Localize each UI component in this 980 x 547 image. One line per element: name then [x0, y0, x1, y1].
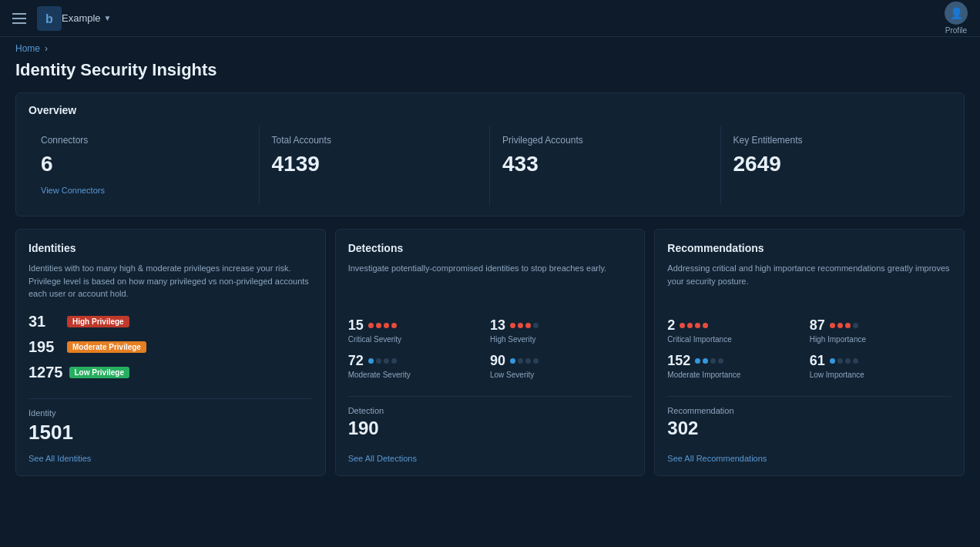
- high-privilege-row: 31 High Privilege: [29, 313, 313, 331]
- detections-divider: [348, 396, 633, 397]
- dot-2: [837, 323, 843, 328]
- moderate-privilege-count: 195: [29, 338, 61, 356]
- dot-1: [368, 358, 374, 364]
- dot-2: [376, 358, 381, 364]
- high-privilege-badge: High Privilege: [67, 316, 129, 327]
- identity-total-value: 1501: [29, 421, 313, 445]
- critical-importance-label: Critical Importance: [667, 335, 809, 344]
- moderate-severity-cell: 72 Moderate Severity: [348, 348, 490, 384]
- recommendations-total-label: Recommendation: [667, 406, 951, 415]
- dot-3: [845, 323, 851, 328]
- moderate-importance-label: Moderate Importance: [667, 371, 809, 379]
- low-importance-count: 61: [810, 353, 825, 369]
- critical-severity-dots: [368, 323, 397, 328]
- high-importance-cell: 87 High Importance: [810, 313, 951, 348]
- high-importance-count: 87: [810, 317, 825, 334]
- overview-card: Overview Connectors 6 View Connectors To…: [15, 92, 965, 216]
- high-severity-cell: 13 High Severity: [490, 313, 632, 348]
- stat-privileged-accounts-value: 433: [502, 152, 708, 176]
- moderate-importance-cell: 152 Moderate Importance: [667, 348, 809, 384]
- moderate-severity-label: Moderate Severity: [348, 371, 490, 379]
- see-all-identities-link[interactable]: See All Identities: [29, 454, 313, 463]
- stat-privileged-accounts-label: Privileged Accounts: [502, 135, 708, 146]
- dot-4: [533, 323, 539, 328]
- breadcrumb-home[interactable]: Home: [15, 43, 40, 54]
- detections-total-label: Detection: [348, 406, 633, 415]
- identity-total-label: Identity: [29, 408, 313, 418]
- breadcrumb: Home ›: [0, 37, 980, 57]
- dot-3: [525, 323, 531, 328]
- dot-3: [384, 323, 389, 328]
- breadcrumb-separator: ›: [45, 43, 48, 54]
- stat-privileged-accounts: Privileged Accounts 433: [490, 126, 721, 205]
- detections-grid: 15 Critical Severity 13: [348, 313, 633, 384]
- high-privilege-count: 31: [29, 313, 61, 331]
- dot-4: [853, 323, 858, 328]
- app-logo: b: [37, 6, 62, 31]
- low-severity-count: 90: [490, 353, 505, 369]
- stat-total-accounts-label: Total Accounts: [272, 135, 478, 146]
- avatar: 👤: [945, 2, 968, 25]
- critical-importance-row: 2: [667, 317, 809, 334]
- dot-2: [518, 323, 523, 328]
- moderate-importance-row: 152: [667, 353, 809, 369]
- high-severity-label: High Severity: [490, 335, 632, 344]
- page-title: Identity Security Insights: [0, 57, 980, 92]
- dot-2: [687, 323, 693, 328]
- dot-3: [525, 358, 531, 364]
- stat-connectors-value: 6: [41, 152, 247, 176]
- critical-importance-count: 2: [667, 317, 675, 334]
- dot-3: [710, 358, 716, 364]
- high-importance-row: 87: [810, 317, 951, 334]
- low-privilege-badge: Low Privilege: [69, 367, 129, 378]
- panels-grid: Identities Identities with too many high…: [15, 229, 965, 476]
- high-severity-row: 13: [490, 317, 632, 334]
- critical-severity-cell: 15 Critical Severity: [348, 313, 490, 348]
- low-privilege-count: 1275: [29, 364, 63, 381]
- dot-1: [368, 323, 374, 328]
- dot-4: [718, 358, 723, 364]
- see-all-recommendations-link[interactable]: See All Recommendations: [667, 454, 951, 463]
- dot-4: [391, 323, 397, 328]
- profile-menu[interactable]: 👤 Profile: [945, 2, 968, 35]
- dot-1: [695, 358, 700, 364]
- overview-title: Overview: [29, 104, 951, 116]
- dot-4: [853, 358, 858, 364]
- view-connectors-link[interactable]: View Connectors: [41, 186, 105, 195]
- stat-connectors: Connectors 6 View Connectors: [29, 126, 260, 205]
- low-importance-label: Low Importance: [810, 371, 951, 379]
- recommendations-grid: 2 Critical Importance 87: [667, 313, 951, 384]
- low-importance-cell: 61 Low Importance: [810, 348, 951, 384]
- detections-panel: Detections Investigate potentially-compr…: [335, 229, 646, 476]
- menu-button[interactable]: [12, 13, 26, 24]
- see-all-detections-link[interactable]: See All Detections: [348, 454, 633, 463]
- dot-1: [510, 323, 515, 328]
- identities-desc: Identities with too many high & moderate…: [29, 262, 313, 300]
- detections-title: Detections: [348, 242, 633, 254]
- low-privilege-row: 1275 Low Privilege: [29, 364, 313, 381]
- detections-desc: Investigate potentially-compromised iden…: [348, 262, 633, 300]
- dot-2: [518, 358, 523, 364]
- profile-label: Profile: [945, 26, 967, 35]
- main-content: Overview Connectors 6 View Connectors To…: [0, 92, 980, 492]
- dot-4: [533, 358, 539, 364]
- low-importance-dots: [830, 358, 858, 364]
- example-selector[interactable]: Example ▼: [62, 12, 111, 24]
- moderate-severity-row: 72: [348, 353, 490, 369]
- stat-total-accounts-value: 4139: [272, 152, 478, 176]
- moderate-severity-count: 72: [348, 353, 364, 369]
- recommendations-panel: Recommendations Addressing critical and …: [654, 229, 965, 476]
- stat-key-entitlements: Key Entitlements 2649: [721, 126, 952, 205]
- dot-3: [845, 358, 851, 364]
- overview-stats: Connectors 6 View Connectors Total Accou…: [29, 126, 951, 205]
- high-severity-dots: [510, 323, 539, 328]
- stat-key-entitlements-value: 2649: [733, 152, 940, 176]
- critical-importance-dots: [680, 323, 708, 328]
- recommendations-desc: Addressing critical and high importance …: [667, 262, 951, 300]
- example-label: Example: [62, 12, 101, 24]
- stat-total-accounts: Total Accounts 4139: [260, 126, 491, 205]
- recommendations-divider: [667, 396, 951, 397]
- dot-1: [830, 358, 835, 364]
- chevron-down-icon: ▼: [104, 14, 112, 22]
- identities-title: Identities: [29, 242, 313, 254]
